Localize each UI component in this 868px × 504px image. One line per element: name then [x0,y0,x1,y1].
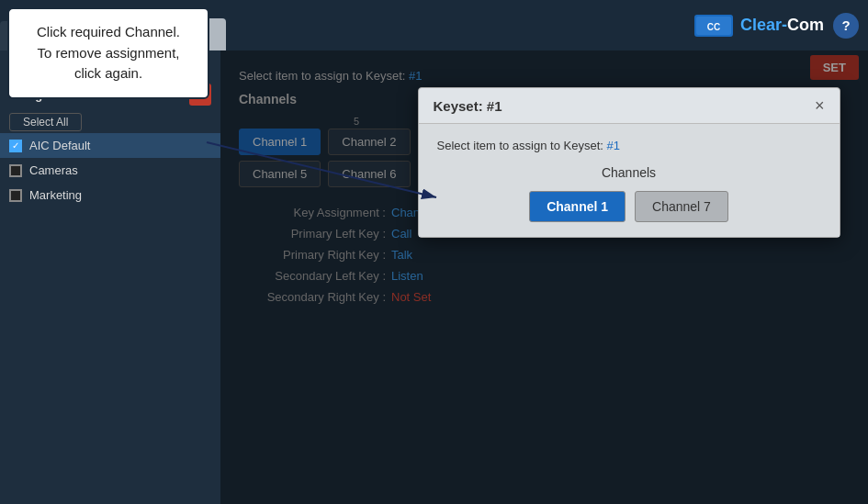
main-layout: Sort by : Name ▼ Agent-IC 🗑 Select All A… [0,50,868,504]
modal-channel-1-button[interactable]: Channel 1 [529,191,626,222]
clearcom-logo: CC Clear-Com [694,11,824,40]
tooltip-line3: click again. [26,63,191,84]
list-item-cameras[interactable]: Cameras [0,158,220,183]
tooltip-line2: To remove assignment, [26,43,191,64]
sidebar: Sort by : Name ▼ Agent-IC 🗑 Select All A… [0,50,220,504]
modal-body: Select item to assign to Keyset: #1 Chan… [419,124,840,237]
tooltip-box: Click required Channel. To remove assign… [7,7,209,99]
modal-prompt: Select item to assign to Keyset: #1 [437,139,821,152]
modal-channels-row: Channel 1 Channel 7 [437,191,821,222]
checkbox-marketing[interactable] [9,189,22,202]
list-item-aic-default-label: AIC Default [29,139,90,152]
logo-text: Clear-Com [740,16,824,35]
svg-text:CC: CC [707,22,720,32]
list-item-cameras-label: Cameras [29,163,78,177]
modal-dialog: Keyset: #1 × Select item to assign to Ke… [418,87,840,238]
modal-channels-title: Channels [437,165,821,180]
checkbox-cameras[interactable] [9,164,22,177]
content-area: SET Select item to assign to Keyset: #1 … [220,50,868,504]
header-right: CC Clear-Com ? [694,0,868,50]
modal-close-button[interactable]: × [815,97,825,114]
select-all-button[interactable]: Select All [9,113,82,131]
tooltip-line1: Click required Channel. [26,22,191,43]
modal-title: Keyset: #1 [434,98,502,114]
list-item-aic-default[interactable]: AIC Default [0,133,220,158]
modal-channel-7-button[interactable]: Channel 7 [635,191,728,222]
modal-prompt-num: #1 [607,139,620,152]
checkbox-aic-default[interactable] [9,140,22,152]
logo-icon: CC [694,11,735,40]
modal-header: Keyset: #1 × [419,88,840,124]
list-item-marketing-label: Marketing [29,188,82,202]
modal-prompt-text: Select item to assign to Keyset: [437,139,603,152]
help-button[interactable]: ? [833,13,859,39]
list-item-marketing[interactable]: Marketing [0,183,220,207]
